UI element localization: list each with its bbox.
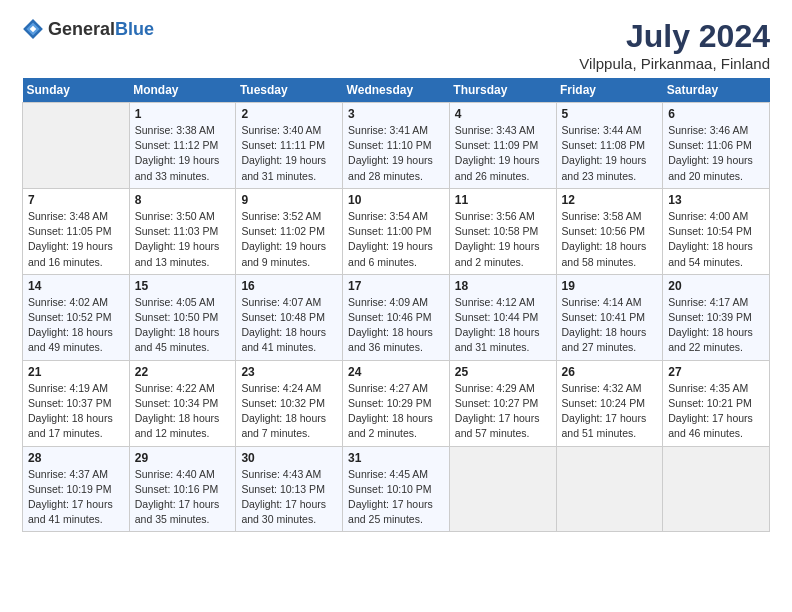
day-detail: Sunrise: 4:12 AM Sunset: 10:44 PM Daylig…: [455, 295, 551, 356]
day-detail: Sunrise: 4:24 AM Sunset: 10:32 PM Daylig…: [241, 381, 337, 442]
week-row-1: 7Sunrise: 3:48 AM Sunset: 11:05 PM Dayli…: [23, 188, 770, 274]
day-detail: Sunrise: 4:45 AM Sunset: 10:10 PM Daylig…: [348, 467, 444, 528]
calendar-table: SundayMondayTuesdayWednesdayThursdayFrid…: [22, 78, 770, 532]
day-cell: 31Sunrise: 4:45 AM Sunset: 10:10 PM Dayl…: [343, 446, 450, 532]
day-number: 7: [28, 193, 124, 207]
day-cell: 22Sunrise: 4:22 AM Sunset: 10:34 PM Dayl…: [129, 360, 236, 446]
day-number: 4: [455, 107, 551, 121]
day-cell: 10Sunrise: 3:54 AM Sunset: 11:00 PM Dayl…: [343, 188, 450, 274]
day-detail: Sunrise: 4:05 AM Sunset: 10:50 PM Daylig…: [135, 295, 231, 356]
title-block: July 2024 Vilppula, Pirkanmaa, Finland: [579, 18, 770, 72]
day-cell: 12Sunrise: 3:58 AM Sunset: 10:56 PM Dayl…: [556, 188, 663, 274]
day-cell: 30Sunrise: 4:43 AM Sunset: 10:13 PM Dayl…: [236, 446, 343, 532]
day-number: 23: [241, 365, 337, 379]
day-number: 6: [668, 107, 764, 121]
day-cell: 8Sunrise: 3:50 AM Sunset: 11:03 PM Dayli…: [129, 188, 236, 274]
day-cell: [556, 446, 663, 532]
logo: GeneralBlue: [22, 18, 154, 40]
day-number: 21: [28, 365, 124, 379]
day-number: 22: [135, 365, 231, 379]
day-detail: Sunrise: 4:19 AM Sunset: 10:37 PM Daylig…: [28, 381, 124, 442]
day-detail: Sunrise: 4:02 AM Sunset: 10:52 PM Daylig…: [28, 295, 124, 356]
day-detail: Sunrise: 3:40 AM Sunset: 11:11 PM Daylig…: [241, 123, 337, 184]
day-number: 3: [348, 107, 444, 121]
day-detail: Sunrise: 4:29 AM Sunset: 10:27 PM Daylig…: [455, 381, 551, 442]
day-number: 12: [562, 193, 658, 207]
day-cell: 1Sunrise: 3:38 AM Sunset: 11:12 PM Dayli…: [129, 103, 236, 189]
day-number: 17: [348, 279, 444, 293]
day-detail: Sunrise: 4:14 AM Sunset: 10:41 PM Daylig…: [562, 295, 658, 356]
day-number: 25: [455, 365, 551, 379]
day-cell: 14Sunrise: 4:02 AM Sunset: 10:52 PM Dayl…: [23, 274, 130, 360]
day-detail: Sunrise: 3:48 AM Sunset: 11:05 PM Daylig…: [28, 209, 124, 270]
day-number: 5: [562, 107, 658, 121]
day-detail: Sunrise: 3:58 AM Sunset: 10:56 PM Daylig…: [562, 209, 658, 270]
calendar-body: 1Sunrise: 3:38 AM Sunset: 11:12 PM Dayli…: [23, 103, 770, 532]
logo-icon: [22, 18, 44, 40]
header-cell-thursday: Thursday: [449, 78, 556, 103]
day-number: 1: [135, 107, 231, 121]
header-row: SundayMondayTuesdayWednesdayThursdayFrid…: [23, 78, 770, 103]
day-cell: [663, 446, 770, 532]
day-number: 20: [668, 279, 764, 293]
day-cell: 21Sunrise: 4:19 AM Sunset: 10:37 PM Dayl…: [23, 360, 130, 446]
header-cell-wednesday: Wednesday: [343, 78, 450, 103]
day-number: 28: [28, 451, 124, 465]
day-cell: 18Sunrise: 4:12 AM Sunset: 10:44 PM Dayl…: [449, 274, 556, 360]
logo-general: General: [48, 19, 115, 39]
day-cell: 25Sunrise: 4:29 AM Sunset: 10:27 PM Dayl…: [449, 360, 556, 446]
day-cell: [449, 446, 556, 532]
header-cell-sunday: Sunday: [23, 78, 130, 103]
day-cell: 9Sunrise: 3:52 AM Sunset: 11:02 PM Dayli…: [236, 188, 343, 274]
day-number: 14: [28, 279, 124, 293]
day-detail: Sunrise: 4:27 AM Sunset: 10:29 PM Daylig…: [348, 381, 444, 442]
header-cell-saturday: Saturday: [663, 78, 770, 103]
day-number: 8: [135, 193, 231, 207]
day-cell: [23, 103, 130, 189]
day-cell: 27Sunrise: 4:35 AM Sunset: 10:21 PM Dayl…: [663, 360, 770, 446]
day-number: 19: [562, 279, 658, 293]
day-cell: 16Sunrise: 4:07 AM Sunset: 10:48 PM Dayl…: [236, 274, 343, 360]
day-cell: 28Sunrise: 4:37 AM Sunset: 10:19 PM Dayl…: [23, 446, 130, 532]
day-detail: Sunrise: 3:38 AM Sunset: 11:12 PM Daylig…: [135, 123, 231, 184]
day-cell: 26Sunrise: 4:32 AM Sunset: 10:24 PM Dayl…: [556, 360, 663, 446]
day-detail: Sunrise: 3:44 AM Sunset: 11:08 PM Daylig…: [562, 123, 658, 184]
day-cell: 23Sunrise: 4:24 AM Sunset: 10:32 PM Dayl…: [236, 360, 343, 446]
day-cell: 11Sunrise: 3:56 AM Sunset: 10:58 PM Dayl…: [449, 188, 556, 274]
day-detail: Sunrise: 4:32 AM Sunset: 10:24 PM Daylig…: [562, 381, 658, 442]
day-cell: 24Sunrise: 4:27 AM Sunset: 10:29 PM Dayl…: [343, 360, 450, 446]
week-row-2: 14Sunrise: 4:02 AM Sunset: 10:52 PM Dayl…: [23, 274, 770, 360]
logo-blue: Blue: [115, 19, 154, 39]
header: GeneralBlue July 2024 Vilppula, Pirkanma…: [22, 18, 770, 72]
day-cell: 13Sunrise: 4:00 AM Sunset: 10:54 PM Dayl…: [663, 188, 770, 274]
day-cell: 17Sunrise: 4:09 AM Sunset: 10:46 PM Dayl…: [343, 274, 450, 360]
day-cell: 20Sunrise: 4:17 AM Sunset: 10:39 PM Dayl…: [663, 274, 770, 360]
day-cell: 5Sunrise: 3:44 AM Sunset: 11:08 PM Dayli…: [556, 103, 663, 189]
day-number: 30: [241, 451, 337, 465]
day-cell: 15Sunrise: 4:05 AM Sunset: 10:50 PM Dayl…: [129, 274, 236, 360]
day-number: 31: [348, 451, 444, 465]
day-number: 18: [455, 279, 551, 293]
day-number: 15: [135, 279, 231, 293]
day-number: 10: [348, 193, 444, 207]
day-cell: 6Sunrise: 3:46 AM Sunset: 11:06 PM Dayli…: [663, 103, 770, 189]
day-cell: 19Sunrise: 4:14 AM Sunset: 10:41 PM Dayl…: [556, 274, 663, 360]
day-number: 26: [562, 365, 658, 379]
day-cell: 4Sunrise: 3:43 AM Sunset: 11:09 PM Dayli…: [449, 103, 556, 189]
day-detail: Sunrise: 4:40 AM Sunset: 10:16 PM Daylig…: [135, 467, 231, 528]
day-cell: 7Sunrise: 3:48 AM Sunset: 11:05 PM Dayli…: [23, 188, 130, 274]
week-row-0: 1Sunrise: 3:38 AM Sunset: 11:12 PM Dayli…: [23, 103, 770, 189]
day-number: 9: [241, 193, 337, 207]
day-detail: Sunrise: 4:43 AM Sunset: 10:13 PM Daylig…: [241, 467, 337, 528]
day-cell: 3Sunrise: 3:41 AM Sunset: 11:10 PM Dayli…: [343, 103, 450, 189]
week-row-3: 21Sunrise: 4:19 AM Sunset: 10:37 PM Dayl…: [23, 360, 770, 446]
day-detail: Sunrise: 3:56 AM Sunset: 10:58 PM Daylig…: [455, 209, 551, 270]
day-detail: Sunrise: 3:41 AM Sunset: 11:10 PM Daylig…: [348, 123, 444, 184]
subtitle: Vilppula, Pirkanmaa, Finland: [579, 55, 770, 72]
day-cell: 2Sunrise: 3:40 AM Sunset: 11:11 PM Dayli…: [236, 103, 343, 189]
day-number: 11: [455, 193, 551, 207]
week-row-4: 28Sunrise: 4:37 AM Sunset: 10:19 PM Dayl…: [23, 446, 770, 532]
day-detail: Sunrise: 4:07 AM Sunset: 10:48 PM Daylig…: [241, 295, 337, 356]
day-detail: Sunrise: 4:09 AM Sunset: 10:46 PM Daylig…: [348, 295, 444, 356]
day-detail: Sunrise: 4:35 AM Sunset: 10:21 PM Daylig…: [668, 381, 764, 442]
